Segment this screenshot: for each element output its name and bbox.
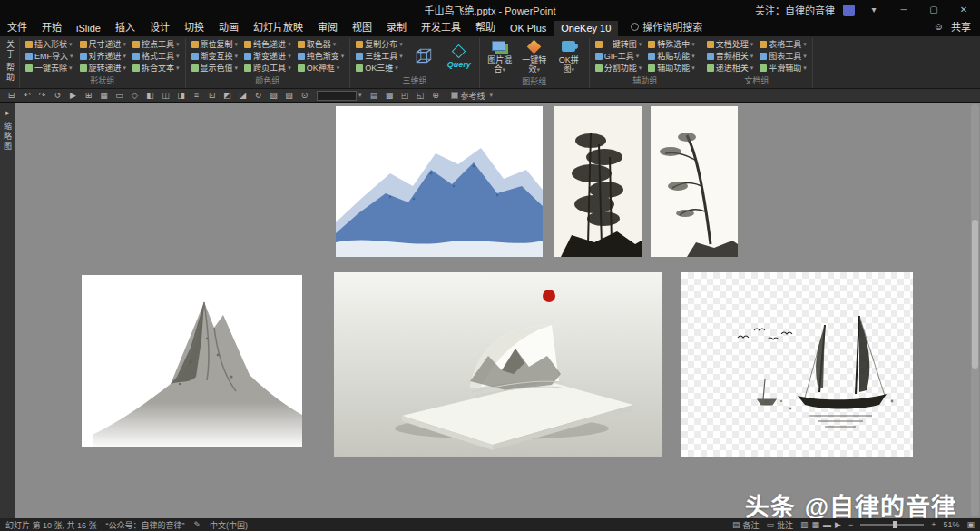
layout-icon[interactable]: ▦ [96,89,112,102]
expand-pane-icon[interactable]: ▸ [5,108,10,117]
zoom-percentage[interactable]: 51% [943,520,959,529]
ribbon-button[interactable]: 文档处理 ▾ [705,38,756,50]
blue-mountain-painting[interactable] [336,106,543,257]
reading-view-icon[interactable]: ▬ [823,520,831,529]
share-button[interactable]: 共享 [951,19,971,34]
ribbon-button[interactable]: 一键去除 ▾ [24,62,75,74]
menu-tab[interactable]: iSlide [69,21,108,36]
redo-icon[interactable]: ↷ [34,89,50,102]
feedback-smiley-icon[interactable]: ☺ [934,21,944,32]
vertical-scrollbar[interactable] [971,104,979,516]
ribbon-button[interactable]: 三维工具 ▾ [354,50,405,62]
ribbon-button[interactable]: 纯色渐变 ▾ [296,50,347,62]
menu-tab[interactable]: 帮助 [468,17,503,36]
ribbon-button[interactable]: 分割功能 ▾ [593,62,644,74]
ribbon-display-options-icon[interactable]: ▾ [863,1,885,19]
account-badge-icon[interactable] [843,5,855,16]
tell-me-search[interactable]: 操作说明搜索 [631,19,702,36]
text-box-icon[interactable]: ▭ [112,89,127,102]
ribbon-button[interactable]: OK三维 ▾ [354,62,405,74]
bring-forward-icon[interactable]: ◩ [220,89,235,102]
menu-tab[interactable]: 视图 [345,17,379,36]
gridlines-icon[interactable]: ▩ [382,89,397,102]
size-position-icon[interactable]: ◱ [413,89,428,102]
group-objects-icon[interactable]: ⊡ [204,89,220,102]
ribbon-button[interactable]: 渐变递进 ▾ [242,50,293,62]
three-d-box-button[interactable] [407,44,440,67]
normal-view-icon[interactable]: ▥ [800,520,808,529]
ribbon-button[interactable]: 音频相关 ▾ [705,50,756,62]
menu-tab[interactable]: 幻灯片放映 [246,17,310,36]
rotate-icon[interactable]: ↻ [250,89,266,102]
zoom-tool-icon[interactable]: ⊕ [428,89,444,102]
comments-toggle[interactable]: ▭ 批注 [766,519,793,531]
zoom-slider[interactable] [860,524,924,526]
menu-tab[interactable]: 设计 [142,17,177,36]
menu-tab[interactable]: 开始 [34,17,69,36]
one-key-effect-button[interactable]: 一键特效▾ [518,38,551,74]
align-left-icon[interactable]: ◧ [142,89,158,102]
menu-tab[interactable]: 文件 [0,17,34,36]
ribbon-button[interactable]: EMF导入 ▾ [24,50,75,62]
picture-blend-button[interactable]: 图片混合▾ [484,38,516,74]
fit-to-window-button[interactable]: ▣ [966,520,975,529]
ribbon-button[interactable]: 拆合文本 ▾ [131,62,181,74]
ribbon-button[interactable]: 尺寸递进 ▾ [78,38,129,50]
selection-pane-icon[interactable]: ▤ [367,89,382,102]
menu-tab[interactable]: OneKey 10 [554,21,618,36]
repeat-icon[interactable]: ↺ [50,89,65,102]
notes-toggle[interactable]: ▤ 备注 [732,519,760,531]
ribbon-button[interactable]: 对齐递进 ▾ [78,50,129,62]
ribbon-button[interactable]: 格式工具 ▾ [131,50,181,62]
minimize-button[interactable]: ─ [893,1,915,19]
snap-icon[interactable]: ◰ [397,89,413,102]
ink-mountain-sketch[interactable] [82,275,302,447]
menu-tab[interactable]: 开发工具 [414,17,468,36]
ribbon-button[interactable]: 复制分布 ▾ [354,38,405,50]
language-indicator[interactable]: 中文(中国) [210,519,248,531]
menu-tab[interactable]: 插入 [108,17,142,36]
ribbon-button[interactable]: 辅助功能 ▾ [646,62,697,74]
ribbon-button[interactable]: 纯色递进 ▾ [242,38,293,50]
menu-tab[interactable]: 动画 [211,17,246,36]
align-right-icon[interactable]: ◨ [173,89,189,102]
ribbon-button[interactable]: 取色器 ▾ [296,38,347,50]
ribbon-button[interactable]: 表格工具 ▾ [758,38,808,50]
ink-sailboats-png[interactable] [681,272,913,457]
proofing-icon[interactable]: ✎ [194,520,201,529]
ribbon-button[interactable]: OK神框 ▾ [296,62,347,74]
ribbon-button[interactable]: GIF工具 ▾ [593,50,644,62]
ribbon-button[interactable]: 图表工具 ▾ [758,50,808,62]
close-button[interactable]: ✕ [953,1,975,19]
outline-color-icon[interactable]: ▧ [281,89,297,102]
menu-tab[interactable]: OK Plus [503,21,554,36]
align-center-icon[interactable]: ◫ [158,89,173,102]
ribbon-button[interactable]: 控点工具 ▾ [131,38,181,50]
fill-color-icon[interactable]: ▨ [266,89,281,102]
slideshow-icon[interactable]: ▶ [835,520,841,529]
ok-collage-button[interactable]: OK拼图▾ [553,38,585,74]
ribbon-button[interactable]: 跨页工具 ▾ [242,62,293,74]
query-tool-button[interactable]: Query [443,43,475,69]
qat-combo[interactable]: ▾ [317,91,362,101]
ink-tree-painting[interactable] [651,106,738,257]
zoom-slider-thumb[interactable] [893,521,897,528]
ribbon-button[interactable]: 特殊选中 ▾ [646,38,697,50]
zoom-out-button[interactable]: − [848,520,853,529]
send-backward-icon[interactable]: ◪ [235,89,250,102]
guides-toggle[interactable]: 参考线 ▾ [451,90,494,102]
ribbon-button[interactable]: 渐变互换 ▾ [190,50,240,62]
restore-button[interactable]: ▢ [923,1,945,19]
insert-shape-icon[interactable]: ◇ [127,89,142,102]
account-label[interactable]: 关注：自律的音律 [755,3,835,17]
book-mountain-3d-scene[interactable] [334,272,662,457]
save-icon[interactable]: ⊟ [4,89,19,102]
ribbon-button[interactable]: 原位复制 ▾ [190,38,240,50]
distribute-icon[interactable]: ≡ [189,89,204,102]
ribbon-side-button[interactable]: 帮助 [5,63,16,83]
eyedropper-icon[interactable]: ⊙ [297,89,312,102]
ink-pine-trees-painting[interactable] [554,106,642,257]
ribbon-button[interactable]: 插入形状 ▾ [24,38,75,50]
menu-tab[interactable]: 切换 [177,17,211,36]
thumbnail-pane-collapsed[interactable]: ▸ 缩略图 [0,103,15,518]
